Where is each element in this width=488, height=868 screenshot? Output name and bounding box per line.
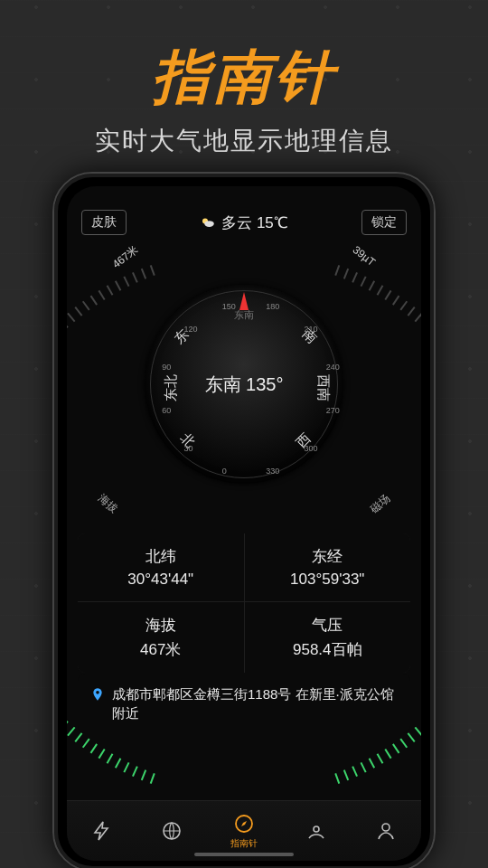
cardinal-ne: 东北 xyxy=(163,374,180,401)
lon-value: 103°59'33" xyxy=(249,571,408,589)
nav-compass-label: 指南针 xyxy=(230,837,258,850)
hero-title: 指南针 xyxy=(0,38,488,117)
cell-longitude: 东经 103°59'33" xyxy=(245,533,411,601)
weather-text: 多云 15℃ xyxy=(221,212,288,233)
alt-label: 海拔 xyxy=(81,615,240,636)
svg-point-1 xyxy=(204,221,214,227)
alt-value: 467米 xyxy=(81,639,240,660)
cell-latitude: 北纬 30°43'44" xyxy=(78,533,244,601)
bolt-icon xyxy=(91,820,113,842)
home-indicator xyxy=(194,853,294,856)
phone-frame: 皮肤 多云 15℃ 锁定 海拔 467米 磁场 39µT 东南 东南 135° … xyxy=(52,172,436,868)
lat-label: 北纬 xyxy=(81,546,240,567)
address-text: 成都市郫都区金樽三街1188号 在新里·派克公馆附近 xyxy=(112,684,398,722)
compass-icon xyxy=(233,813,255,835)
lock-button[interactable]: 锁定 xyxy=(361,210,407,235)
hero-section: 指南针 实时大气地显示地理信息 xyxy=(0,0,488,158)
data-grid: 北纬 30°43'44" 东经 103°59'33" 海拔 467米 气压 95… xyxy=(78,533,410,673)
cell-pressure: 气压 958.4百帕 xyxy=(245,602,411,673)
nav-map[interactable] xyxy=(305,820,327,842)
top-bar: 皮肤 多云 15℃ 锁定 xyxy=(67,186,421,235)
lat-value: 30°43'44" xyxy=(81,571,240,589)
cell-altitude: 海拔 467米 xyxy=(78,602,244,673)
nav-compass[interactable]: 指南针 xyxy=(230,813,258,850)
nav-flash[interactable] xyxy=(91,820,113,842)
user-icon xyxy=(375,820,397,842)
compass[interactable]: 海拔 467米 磁场 39µT 东南 东南 135° 东 南 东北 西南 北 西… xyxy=(77,244,411,524)
address-row[interactable]: 成都市郫都区金樽三街1188号 在新里·派克公馆附近 xyxy=(78,674,410,733)
svg-point-4 xyxy=(314,826,319,832)
weather-display: 多云 15℃ xyxy=(200,212,288,233)
cloud-icon xyxy=(200,214,216,231)
bottom-nav: 指南针 xyxy=(67,800,421,861)
press-label: 气压 xyxy=(249,615,408,636)
cardinal-sw: 西南 xyxy=(314,374,332,401)
svg-point-5 xyxy=(382,824,389,831)
press-value: 958.4百帕 xyxy=(249,639,408,660)
hero-subtitle: 实时大气地显示地理信息 xyxy=(0,124,488,158)
location-pin-icon xyxy=(90,686,105,703)
compass-dial: 东南 东南 135° 东 南 东北 西南 北 西 90 120 150 180 … xyxy=(145,285,343,484)
nav-globe[interactable] xyxy=(161,820,183,842)
nav-profile[interactable] xyxy=(375,820,397,842)
phone-screen: 皮肤 多云 15℃ 锁定 海拔 467米 磁场 39µT 东南 东南 135° … xyxy=(67,186,421,861)
skin-button[interactable]: 皮肤 xyxy=(81,210,127,235)
globe-icon xyxy=(161,820,183,842)
lon-label: 东经 xyxy=(249,546,408,567)
map-pin-icon xyxy=(305,820,327,842)
